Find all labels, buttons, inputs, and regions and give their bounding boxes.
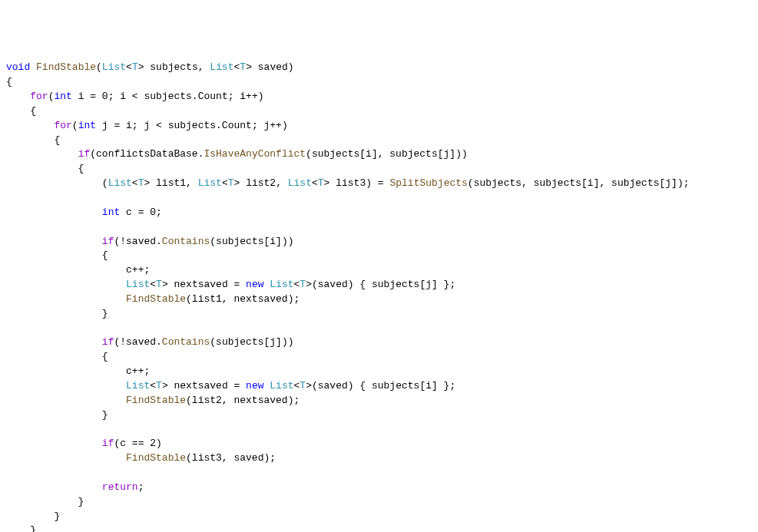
code-token: } [6,524,36,532]
code-line[interactable] [6,422,752,437]
code-token: List [198,177,222,189]
code-token: c++; [6,264,150,276]
code-token: for [54,120,71,131]
code-token: (conflictsDataBase. [90,148,204,160]
code-line[interactable]: if(conflictsDataBase.IsHaveAnyConflict(s… [6,147,752,162]
code-line[interactable]: FindStable(list1, nextsaved); [6,292,752,307]
code-token: int [54,91,71,102]
code-token [6,207,102,218]
code-token: { [6,76,12,88]
code-line[interactable]: { [6,350,752,365]
code-line[interactable]: FindStable(list3, saved); [6,451,752,466]
code-token: < [222,177,228,189]
code-token: i = 0; i < subjects.Count; i++) [72,91,264,102]
code-line[interactable]: int c = 0; [6,206,752,220]
code-line[interactable]: (List<T> list1, List<T> list2, List<T> l… [6,177,752,191]
code-token: List [270,380,293,392]
code-token: for [30,91,48,102]
code-line[interactable] [6,191,752,206]
code-token: if [102,336,114,348]
code-line[interactable]: { [6,104,752,119]
code-token: c++; [6,365,150,377]
code-token: } [6,409,108,421]
code-token [6,148,78,160]
code-token: > list3) = [324,177,390,189]
code-token: > subjects, [138,61,210,73]
code-line[interactable]: FindStable(list2, nextsaved); [6,394,752,408]
code-token: Contains [162,336,210,348]
code-token [6,452,126,464]
code-token: { [6,163,84,174]
code-line[interactable]: { [6,134,752,148]
code-token: new [246,380,263,392]
code-token: (!saved. [114,336,161,348]
code-token: List [126,279,150,290]
code-token: } [6,308,108,319]
code-token: (subjects[i])) [210,236,293,247]
code-line[interactable] [6,322,752,336]
code-token: < [150,279,156,290]
code-token: > list1, [144,177,197,189]
code-token: List [126,380,150,392]
code-token: List [102,61,126,73]
code-token: FindStable [126,395,186,406]
code-token: if [102,236,114,247]
code-line[interactable]: } [6,307,752,322]
code-token [6,336,102,348]
code-token: (list1, nextsaved); [186,293,300,305]
code-line[interactable]: } [6,510,752,524]
code-line[interactable]: { [6,162,752,177]
code-line[interactable]: List<T> nextsaved = new List<T>(saved) {… [6,379,752,394]
code-line[interactable]: } [6,408,752,423]
code-token: < [132,177,138,189]
code-line[interactable]: for(int i = 0; i < subjects.Count; i++) [6,90,752,104]
code-token: (list3, saved); [186,452,276,464]
code-token [6,91,30,102]
code-token: ; [138,481,144,493]
code-line[interactable]: c++; [6,263,752,278]
code-token: T [300,380,306,392]
code-token: FindStable [36,61,96,73]
code-token: if [78,148,91,160]
code-line[interactable]: return; [6,481,752,495]
code-line[interactable]: c++; [6,365,752,379]
code-token: ( [6,177,108,189]
code-token: (list2, nextsaved); [186,395,300,406]
code-token: new [246,279,263,290]
code-token: { [6,105,36,117]
code-token: < [312,177,318,189]
code-token: T [300,279,306,290]
code-token: List [108,177,132,189]
code-line[interactable]: if(c == 2) [6,437,752,451]
code-token: > list2, [234,177,288,189]
code-line[interactable]: } [6,524,752,532]
code-token: T [240,61,246,73]
code-token: return [102,481,138,493]
code-editor[interactable]: void FindStable(List<T> subjects, List<T… [6,61,752,532]
code-line[interactable]: { [6,75,752,90]
code-line[interactable] [6,466,752,481]
code-token: SplitSubjects [389,177,467,189]
code-token: int [102,207,120,218]
code-token: FindStable [126,293,186,305]
code-token: > nextsaved = [162,279,246,290]
code-token [30,61,36,73]
code-token: } [6,511,60,522]
code-token: T [228,177,234,189]
code-token: (subjects[i], subjects[j])) [306,148,468,160]
code-line[interactable]: if(!saved.Contains(subjects[i])) [6,235,752,249]
code-token: (subjects, subjects[i], subjects[j]); [468,177,690,189]
code-token: (!saved. [114,236,161,247]
code-line[interactable]: List<T> nextsaved = new List<T>(saved) {… [6,278,752,292]
code-line[interactable]: for(int j = i; j < subjects.Count; j++) [6,119,752,134]
code-token: { [6,134,60,146]
code-token [6,279,126,290]
code-token: List [270,279,293,290]
code-line[interactable]: { [6,249,752,263]
code-line[interactable]: } [6,495,752,510]
code-line[interactable]: void FindStable(List<T> subjects, List<T… [6,61,752,75]
code-token: List [210,61,233,73]
code-line[interactable] [6,220,752,235]
code-line[interactable]: if(!saved.Contains(subjects[j])) [6,335,752,350]
code-token: FindStable [126,452,186,464]
